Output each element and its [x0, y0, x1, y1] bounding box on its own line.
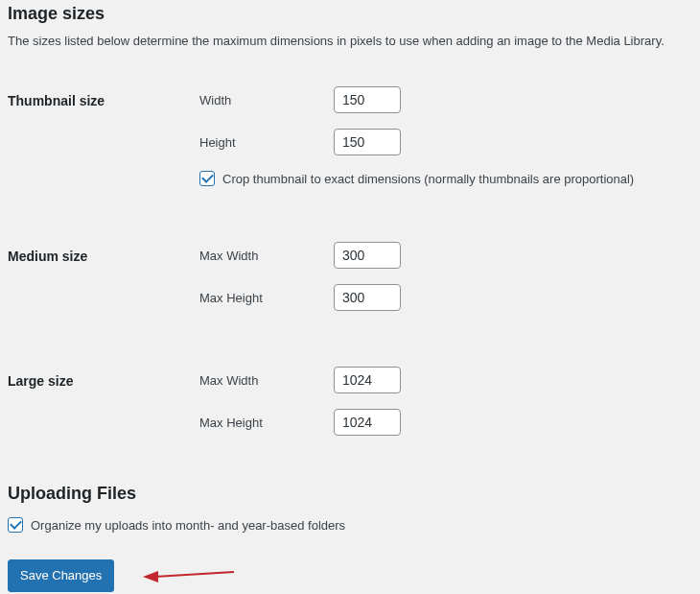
thumbnail-width-label: Width	[199, 93, 334, 107]
organize-uploads-label[interactable]: Organize my uploads into month- and year…	[31, 518, 345, 533]
thumbnail-crop-checkbox[interactable]	[199, 171, 215, 186]
large-width-input[interactable]	[334, 367, 401, 393]
thumbnail-width-input[interactable]	[334, 86, 401, 113]
large-height-input[interactable]	[334, 409, 401, 436]
save-button[interactable]: Save Changes	[8, 559, 114, 592]
section-heading-image-sizes: Image sizes	[8, 4, 692, 24]
row-title-large: Large size	[8, 359, 199, 443]
thumbnail-height-input[interactable]	[334, 129, 401, 155]
svg-marker-1	[143, 571, 158, 582]
medium-width-label: Max Width	[199, 249, 334, 263]
section-description: The sizes listed below determine the max…	[8, 34, 692, 48]
organize-uploads-checkbox[interactable]	[8, 517, 23, 533]
large-width-label: Max Width	[199, 373, 334, 388]
arrow-annotation-icon	[143, 567, 239, 586]
medium-width-input[interactable]	[334, 242, 401, 269]
section-heading-uploading: Uploading Files	[8, 484, 692, 504]
medium-height-label: Max Height	[199, 291, 334, 305]
thumbnail-height-label: Height	[199, 135, 334, 150]
svg-line-0	[154, 572, 234, 577]
large-height-label: Max Height	[199, 416, 334, 430]
row-thumbnail: Thumbnail size Width Height Crop thumbna…	[8, 79, 692, 194]
settings-table: Thumbnail size Width Height Crop thumbna…	[8, 79, 692, 443]
row-title-medium: Medium size	[8, 234, 199, 319]
row-title-thumbnail: Thumbnail size	[8, 79, 199, 194]
medium-height-input[interactable]	[334, 284, 401, 311]
row-large: Large size Max Width Max Height	[8, 359, 692, 443]
row-medium: Medium size Max Width Max Height	[8, 234, 692, 319]
thumbnail-crop-label[interactable]: Crop thumbnail to exact dimensions (norm…	[222, 172, 634, 186]
